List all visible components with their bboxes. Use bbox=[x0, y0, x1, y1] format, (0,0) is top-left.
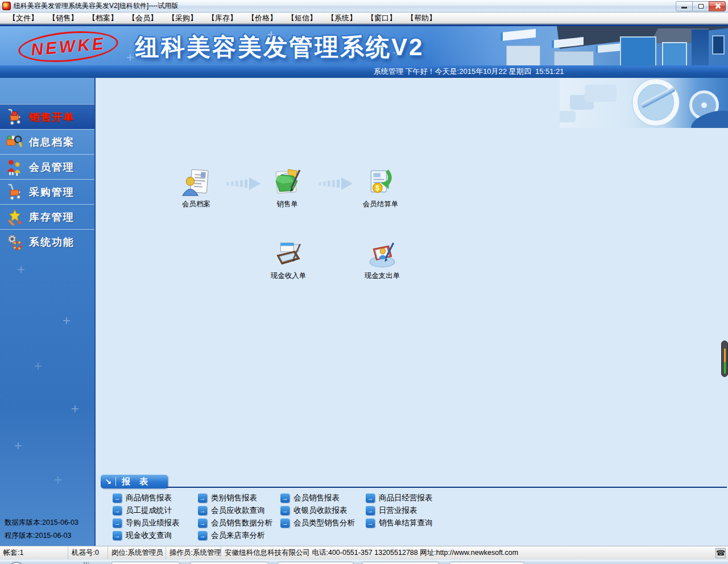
photo-shape bbox=[692, 30, 709, 65]
minimize-icon bbox=[681, 7, 687, 9]
reports-tab-label: 报 表 bbox=[122, 476, 151, 487]
taskbar-button[interactable] bbox=[449, 562, 524, 564]
status-account: 帐套:1 bbox=[0, 546, 68, 559]
shortcut-label: 现金收入单 bbox=[262, 271, 315, 281]
arrow-icon: → bbox=[366, 506, 375, 515]
phone-icon[interactable]: ☎ bbox=[715, 548, 726, 558]
shortcut-label: 会员档案 bbox=[170, 200, 222, 209]
app-icon bbox=[2, 2, 11, 10]
menu-window[interactable]: 【窗口】 bbox=[362, 13, 402, 24]
status-bar: 帐套:1 机器号:0 岗位:系统管理员 操作员:系统管理 安徽纽科信息科技有限公… bbox=[0, 546, 728, 559]
sidebar-item-member-mgmt[interactable]: 会员管理 bbox=[0, 154, 94, 179]
report-link[interactable]: → 会员销售报表 bbox=[280, 492, 355, 504]
menu-sms[interactable]: 【短信】 bbox=[282, 13, 322, 24]
arrow-icon: → bbox=[198, 494, 207, 503]
sparkle bbox=[54, 476, 62, 484]
sparkle bbox=[71, 405, 79, 413]
report-link[interactable]: → 日营业报表 bbox=[366, 504, 433, 517]
report-link-label: 会员类型销售分析 bbox=[293, 518, 355, 528]
sidebar-item-label: 库存管理 bbox=[29, 210, 75, 224]
shortcut-member-file[interactable]: 会员档案 bbox=[170, 168, 222, 209]
title-bar: 纽科美容美发管理系统美容美发V2[纽科软件]----试用版 bbox=[0, 0, 728, 13]
photo-shape bbox=[506, 45, 540, 65]
archive-key-icon bbox=[6, 133, 24, 151]
report-link[interactable]: → 类别销售报表 bbox=[198, 492, 272, 504]
taskbar-strip: FTP bbox=[0, 560, 728, 564]
menu-archive[interactable]: 【档案】 bbox=[83, 13, 123, 24]
arrow-icon: → bbox=[366, 519, 375, 528]
taskbar-button[interactable] bbox=[111, 562, 180, 564]
sidebar-item-inventory-mgmt[interactable]: 库存管理 bbox=[0, 204, 94, 229]
reports-column-1: → 商品销售报表 → 员工提成统计 → 导购员业绩报表 → 现金收支查询 bbox=[113, 492, 180, 542]
photo-shape bbox=[712, 35, 725, 55]
menu-system[interactable]: 【系统】 bbox=[322, 13, 362, 24]
report-link-label: 商品销售报表 bbox=[126, 493, 172, 503]
report-link[interactable]: → 收银员收款报表 bbox=[280, 504, 355, 517]
reports-column-2: → 类别销售报表 → 会员应收款查询 → 会员销售数据分析 → 会员来店率分析 bbox=[198, 492, 272, 542]
report-link-label: 商品日经营报表 bbox=[379, 493, 433, 503]
flow-arrow-icon bbox=[226, 176, 262, 192]
banner-ring bbox=[632, 79, 679, 126]
report-link[interactable]: → 商品销售报表 bbox=[113, 492, 180, 504]
report-link-label: 会员应收款查询 bbox=[211, 505, 265, 516]
sidebar-spacer bbox=[0, 78, 94, 104]
sparkle bbox=[126, 53, 134, 61]
header-banner: NEWKE 纽科美容美发管理系统V2 bbox=[0, 24, 728, 65]
reports-tab[interactable]: ↘ 报 表 bbox=[101, 475, 168, 488]
sparkle bbox=[17, 266, 25, 273]
report-link[interactable]: → 销售单结算查询 bbox=[366, 517, 433, 529]
main-panel: 会员档案 销售单 bbox=[97, 78, 728, 546]
menu-bar: 【文件】 【销售】 【档案】 【会员】 【采购】 【库存】 【价格】 【短信】 … bbox=[0, 13, 728, 24]
db-version: 数据库版本:2015-06-03 bbox=[5, 516, 78, 529]
menu-price[interactable]: 【价格】 bbox=[242, 13, 282, 24]
report-link[interactable]: → 员工提成统计 bbox=[113, 504, 180, 517]
report-link[interactable]: → 商品日经营报表 bbox=[366, 492, 433, 504]
menu-inventory[interactable]: 【库存】 bbox=[202, 13, 242, 24]
report-link[interactable]: → 会员类型销售分析 bbox=[280, 517, 355, 529]
program-version: 程序版本:2015-06-03 bbox=[5, 529, 78, 542]
restore-icon bbox=[698, 4, 704, 9]
shortcut-cash-payment[interactable]: 现金支出单 bbox=[356, 239, 408, 281]
shortcut-label: 现金支出单 bbox=[356, 271, 408, 281]
sidebar-item-label: 销售开单 bbox=[29, 110, 75, 124]
menu-sales[interactable]: 【销售】 bbox=[43, 13, 83, 24]
menu-purchase[interactable]: 【采购】 bbox=[163, 13, 202, 24]
sidebar-item-info-archive[interactable]: 信息档案 bbox=[0, 129, 94, 154]
window-controls bbox=[676, 1, 726, 11]
minimize-button[interactable] bbox=[676, 1, 693, 11]
restore-button[interactable] bbox=[692, 1, 709, 11]
report-link-label: 员工提成统计 bbox=[126, 505, 172, 516]
taskbar-button-ftp[interactable]: FTP bbox=[278, 562, 354, 564]
shortcut-sales-slip[interactable]: 销售单 bbox=[261, 168, 313, 209]
shortcut-cash-receipt[interactable]: 现金收入单 bbox=[262, 239, 315, 281]
status-company: 安徽纽科信息科技有限公司 电话:400-0551-357 13205512788… bbox=[221, 546, 715, 559]
banner-shape bbox=[560, 111, 576, 122]
report-link[interactable]: → 导购员业绩报表 bbox=[113, 517, 180, 529]
sidebar-item-system-functions[interactable]: 系统功能 bbox=[0, 229, 94, 254]
members-icon bbox=[6, 158, 24, 176]
report-link[interactable]: → 会员应收款查询 bbox=[198, 504, 272, 517]
sidebar-item-purchase-mgmt[interactable]: 采购管理 bbox=[0, 179, 94, 204]
menu-help[interactable]: 【帮助】 bbox=[402, 13, 441, 24]
report-link-label: 类别销售报表 bbox=[211, 493, 257, 503]
photo-shape bbox=[500, 29, 536, 42]
report-link[interactable]: → 现金收支查询 bbox=[113, 529, 180, 542]
report-link[interactable]: → 会员来店率分析 bbox=[198, 529, 272, 542]
photo-shape bbox=[620, 36, 656, 65]
edge-indicator-widget[interactable] bbox=[721, 341, 728, 377]
member-file-icon bbox=[181, 168, 211, 197]
taskbar-button[interactable] bbox=[362, 562, 439, 564]
shortcut-member-settlement[interactable]: $ 会员结算单 bbox=[354, 168, 407, 209]
menu-member[interactable]: 【会员】 bbox=[123, 13, 163, 24]
menu-file[interactable]: 【文件】 bbox=[3, 13, 43, 24]
taskbar-button[interactable] bbox=[190, 562, 268, 564]
globe-icon[interactable] bbox=[9, 562, 24, 564]
report-link-label: 导购员业绩报表 bbox=[126, 518, 180, 528]
report-link-label: 会员销售数据分析 bbox=[211, 518, 272, 528]
close-button[interactable] bbox=[709, 1, 726, 11]
report-link-label: 现金收支查询 bbox=[126, 530, 172, 541]
inventory-stars-icon bbox=[6, 208, 24, 226]
sidebar-item-sales-billing[interactable]: 销售开单 bbox=[0, 104, 94, 129]
shortcut-label: 会员结算单 bbox=[354, 200, 407, 209]
report-link[interactable]: → 会员销售数据分析 bbox=[198, 517, 272, 529]
